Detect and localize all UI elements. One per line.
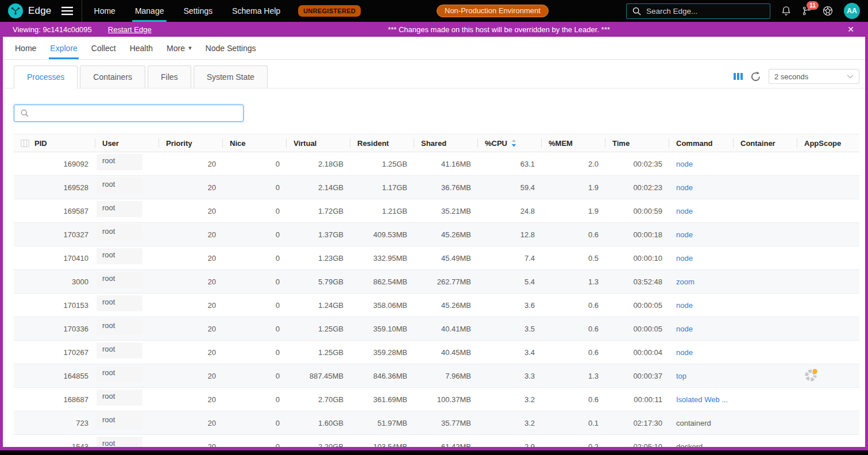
- chevron-down-icon: ▾: [188, 44, 192, 52]
- environment-badge: Non-Production Environment: [437, 5, 549, 17]
- process-search-input[interactable]: [33, 109, 237, 118]
- search-icon: [21, 109, 29, 117]
- product-name: Edge: [28, 5, 52, 17]
- process-search: [14, 105, 244, 122]
- unregistered-badge: UNREGISTERED: [298, 5, 361, 17]
- column-settings-icon[interactable]: [734, 72, 743, 80]
- command-link[interactable]: top: [676, 372, 686, 380]
- subtab-processes[interactable]: Processes: [14, 65, 78, 88]
- viewing-host-label: Viewing: 9c1414c0d095: [13, 25, 92, 34]
- content-frame: HomeExploreCollectHealthMore▾Node Settin…: [0, 37, 868, 450]
- tab-collect[interactable]: Collect: [90, 37, 117, 59]
- command-link[interactable]: node: [676, 325, 693, 333]
- column-header-pid[interactable]: PID: [14, 134, 95, 152]
- tab-health[interactable]: Health: [129, 37, 154, 59]
- search-icon: [632, 7, 641, 16]
- user-cell: root: [97, 366, 142, 382]
- user-cell: root: [97, 295, 142, 311]
- column-header-shared[interactable]: Shared: [414, 134, 478, 152]
- global-search[interactable]: Search Edge...: [626, 3, 770, 19]
- user-cell: root: [97, 178, 142, 194]
- tab-explore[interactable]: Explore: [49, 37, 78, 59]
- refresh-icon[interactable]: [750, 71, 761, 82]
- column-header-appscope[interactable]: AppScope: [797, 134, 859, 152]
- topbar-nav-settings[interactable]: Settings: [173, 0, 222, 22]
- globe-icon[interactable]: [822, 5, 834, 17]
- topbar-right-cluster: Search Edge... 11 AA: [626, 3, 868, 19]
- restart-edge-link[interactable]: Restart Edge: [108, 25, 152, 34]
- user-cell: root: [97, 272, 142, 288]
- table-grid-icon: [21, 140, 29, 147]
- user-cell: root: [97, 201, 142, 217]
- process-row[interactable]: 170410root2001.23GB332.95MB45.49MB7.40.5…: [14, 246, 859, 270]
- process-row[interactable]: 723root2001.60GB51.97MB35.77MB3.20.102:1…: [14, 411, 859, 435]
- tab-node-settings[interactable]: Node Settings: [205, 37, 257, 59]
- command-link[interactable]: node: [676, 348, 693, 357]
- process-row[interactable]: 168687root2002.70GB361.69MB100.37MB3.20.…: [14, 388, 859, 411]
- user-cell: root: [97, 248, 142, 264]
- user-cell: root: [97, 390, 142, 406]
- column-header-user[interactable]: User: [95, 134, 159, 152]
- command-link[interactable]: node: [676, 160, 693, 168]
- refresh-interval-select[interactable]: 2 seconds: [769, 69, 859, 84]
- column-header-container[interactable]: Container: [734, 134, 797, 152]
- user-cell: root: [97, 437, 142, 450]
- column-header-time[interactable]: Time: [605, 134, 669, 152]
- banner-message: *** Changes made on this host will be ov…: [388, 25, 610, 34]
- command-link[interactable]: node: [676, 183, 693, 192]
- process-row[interactable]: 1543root2002.20GB103.54MB61.42MB2.90.202…: [14, 435, 859, 451]
- global-search-placeholder: Search Edge...: [646, 7, 697, 16]
- close-icon[interactable]: ✕: [846, 25, 855, 34]
- user-cell: root: [97, 342, 142, 358]
- process-row[interactable]: 169528root2002.14GB1.17GB36.76MB59.41.90…: [14, 176, 859, 199]
- refresh-interval-value: 2 seconds: [774, 72, 808, 81]
- command-link[interactable]: node: [676, 230, 693, 239]
- command-link[interactable]: node: [676, 254, 693, 263]
- avatar[interactable]: AA: [844, 3, 860, 19]
- command-link[interactable]: zoom: [676, 277, 695, 286]
- tab-more[interactable]: More▾: [165, 37, 192, 59]
- command-link[interactable]: node: [676, 207, 693, 215]
- leader-override-banner: Viewing: 9c1414c0d095 Restart Edge *** C…: [0, 22, 868, 37]
- user-cell: root: [97, 225, 142, 241]
- user-cell: root: [97, 413, 142, 429]
- command-link[interactable]: node: [676, 301, 693, 310]
- subtab-containers[interactable]: Containers: [80, 65, 145, 88]
- chevron-down-icon: [847, 74, 854, 79]
- process-row[interactable]: 169587root2001.72GB1.21GB35.21MB24.81.90…: [14, 199, 859, 223]
- column-header-mem[interactable]: %MEM: [542, 134, 605, 152]
- topbar-nav-schema-help[interactable]: Schema Help: [222, 0, 290, 22]
- column-header-resident[interactable]: Resident: [350, 134, 414, 152]
- subtab-files[interactable]: Files: [148, 65, 191, 88]
- subtab-system-state[interactable]: System State: [194, 65, 268, 88]
- command-text: dockerd: [676, 442, 703, 451]
- process-table: PIDUserPriorityNiceVirtualResidentShared…: [14, 134, 859, 450]
- column-header-priority[interactable]: Priority: [159, 134, 223, 152]
- sort-desc-icon[interactable]: [511, 139, 516, 147]
- process-row[interactable]: 3000root2005.79GB862.54MB262.77MB5.41.30…: [14, 270, 859, 294]
- command-link[interactable]: Isolated Web ...: [676, 395, 728, 404]
- explore-subtabs-row: ProcessesContainersFilesSystem State 2 s…: [3, 65, 865, 88]
- topbar-nav: HomeManageSettingsSchema Help: [84, 0, 291, 22]
- table-controls: 2 seconds: [734, 69, 859, 84]
- topbar-nav-manage[interactable]: Manage: [125, 0, 174, 22]
- column-header-nice[interactable]: Nice: [223, 134, 287, 152]
- column-header-command[interactable]: Command: [669, 134, 734, 152]
- tab-home[interactable]: Home: [14, 37, 37, 59]
- process-row[interactable]: 169092root2002.18GB1.25GB41.16MB63.12.00…: [14, 152, 859, 176]
- menu-icon[interactable]: [61, 6, 74, 16]
- version-control-icon[interactable]: 11: [802, 6, 812, 16]
- column-header-virtual[interactable]: Virtual: [287, 134, 350, 152]
- process-row[interactable]: 164855root200887.45MB846.36MB7.96MB3.31.…: [14, 364, 859, 388]
- process-row[interactable]: 170336root2001.25GB359.10MB40.41MB3.50.6…: [14, 317, 859, 341]
- process-row[interactable]: 170267root2001.25GB359.28MB40.45MB3.40.6…: [14, 341, 859, 364]
- process-row[interactable]: 170153root2001.24GB358.06MB45.26MB3.60.6…: [14, 294, 859, 317]
- column-header-cpu[interactable]: %CPU: [478, 134, 542, 152]
- command-text: containerd: [676, 419, 711, 427]
- cribl-edge-logo[interactable]: [8, 3, 23, 18]
- topbar-nav-home[interactable]: Home: [84, 0, 125, 22]
- process-row[interactable]: 170327root2001.37GB409.53MB45.26MB12.80.…: [14, 223, 859, 246]
- notifications-bell-icon[interactable]: [781, 5, 792, 17]
- user-cell: root: [97, 154, 142, 170]
- explore-subtabs: ProcessesContainersFilesSystem State: [14, 65, 268, 88]
